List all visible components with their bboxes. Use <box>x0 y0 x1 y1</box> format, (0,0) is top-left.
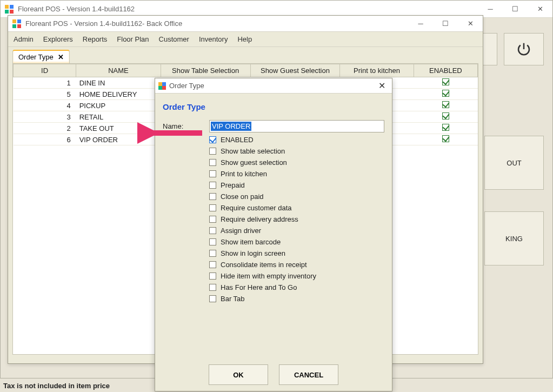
ok-button[interactable]: OK <box>209 364 268 385</box>
cell-name: PICKUP <box>76 100 161 111</box>
tab-order-type[interactable]: Order Type ✕ <box>12 50 70 63</box>
menubar: AdminExplorersReportsFloor PlanCustomerI… <box>8 32 483 47</box>
name-field-wrap[interactable]: VIP ORDER <box>209 120 384 132</box>
checkbox-icon <box>209 250 216 257</box>
name-field-value: VIP ORDER <box>211 122 251 131</box>
option-label: ENABLED <box>221 136 254 144</box>
menu-inventory[interactable]: Inventory <box>199 35 228 43</box>
option-label: Consolidate items in receipt <box>221 261 307 269</box>
option-show-guest-selection[interactable]: Show guest selection <box>209 158 384 167</box>
maximize-button[interactable]: ☐ <box>503 1 528 17</box>
tab-close-icon[interactable]: ✕ <box>58 53 64 61</box>
menu-help[interactable]: Help <box>237 35 252 43</box>
option-require-delivery-address[interactable]: Require delivery address <box>209 215 384 223</box>
menu-customer[interactable]: Customer <box>159 35 189 43</box>
column-header[interactable]: Show Table Selection <box>161 64 250 77</box>
option-print-to-kitchen[interactable]: Print to kitchen <box>209 170 384 178</box>
checkbox-icon <box>209 284 216 291</box>
option-label: Show item barcode <box>221 238 281 246</box>
cancel-button[interactable]: CANCEL <box>279 364 338 385</box>
checkbox-icon <box>209 261 216 268</box>
checkbox-icon <box>209 227 216 234</box>
option-close-on-paid[interactable]: Close on paid <box>209 192 384 201</box>
power-icon <box>516 41 532 57</box>
column-header[interactable]: ID <box>14 64 76 77</box>
enabled-checkbox-icon <box>442 135 449 142</box>
dialog-close-button[interactable]: ✕ <box>375 81 389 91</box>
option-hide-item-with-empty-inventory[interactable]: Hide item with empty inventory <box>209 272 384 280</box>
option-consolidate-items-in-receipt[interactable]: Consolidate items in receipt <box>209 261 384 269</box>
checkbox-icon <box>209 170 216 177</box>
checkbox-icon <box>209 238 216 245</box>
option-label: Hide item with empty inventory <box>221 272 316 280</box>
checkbox-icon <box>209 148 216 155</box>
option-label: Has For Here and To Go <box>221 283 297 291</box>
cell-id: 6 <box>14 134 76 145</box>
side-king-label: KING <box>505 235 523 243</box>
enabled-checkbox-icon <box>442 124 449 131</box>
option-label: Prepaid <box>221 181 245 189</box>
cell-enabled <box>414 100 477 111</box>
options-list: ENABLEDShow table selectionShow guest se… <box>209 136 384 303</box>
checkbox-icon <box>209 273 216 280</box>
side-out-button[interactable]: OUT <box>484 136 544 190</box>
enabled-checkbox-icon <box>442 90 449 97</box>
tab-label: Order Type <box>18 53 54 61</box>
side-buttons: OUT KING <box>484 136 544 287</box>
app-icon <box>12 19 21 28</box>
cell-id: 1 <box>14 77 76 89</box>
checkbox-icon <box>209 193 216 200</box>
cell-enabled <box>414 134 477 145</box>
menu-reports[interactable]: Reports <box>83 35 108 43</box>
menu-admin[interactable]: Admin <box>14 35 34 43</box>
option-prepaid[interactable]: Prepaid <box>209 181 384 189</box>
menu-explorers[interactable]: Explorers <box>43 35 73 43</box>
tabs-row: Order Type ✕ <box>8 47 483 63</box>
option-require-customer-data[interactable]: Require customer data <box>209 204 384 212</box>
table-header-row: IDNAMEShow Table SelectionShow Guest Sel… <box>14 64 478 77</box>
close-button[interactable]: ✕ <box>458 16 483 31</box>
option-label: Show guest selection <box>221 158 287 167</box>
dialog-body: Name: VIP ORDER ENABLEDShow table select… <box>155 115 392 303</box>
option-label: Print to kitchen <box>221 170 267 178</box>
option-label: Close on paid <box>221 192 264 201</box>
main-window-title: Floreant POS - Version 1.4-build1162 <box>18 5 478 13</box>
dialog-heading: Order Type <box>155 94 392 115</box>
cell-enabled <box>414 89 477 100</box>
cell-id: 5 <box>14 89 76 100</box>
checkbox-icon <box>209 216 216 223</box>
column-header[interactable]: Print to kitchen <box>340 64 414 77</box>
minimize-button[interactable]: ─ <box>408 16 433 31</box>
option-show-in-login-screen[interactable]: Show in login screen <box>209 249 384 257</box>
checkbox-icon <box>209 182 216 189</box>
option-enabled[interactable]: ENABLED <box>209 136 384 144</box>
order-type-dialog: Order Type ✕ Order Type Name: VIP ORDER … <box>155 78 392 391</box>
menu-floor-plan[interactable]: Floor Plan <box>117 35 149 43</box>
back-office-titlebar: Floreant POS - Version 1.4-build1162- Ba… <box>8 16 483 32</box>
maximize-button[interactable]: ☐ <box>433 16 458 31</box>
checkbox-icon <box>209 159 216 166</box>
option-has-for-here-and-to-go[interactable]: Has For Here and To Go <box>209 283 384 291</box>
power-button[interactable] <box>504 33 544 65</box>
close-button[interactable]: ✕ <box>528 1 552 17</box>
ok-label: OK <box>233 371 244 379</box>
name-row: Name: VIP ORDER <box>163 120 384 132</box>
checkbox-icon <box>209 136 216 143</box>
option-label: Require delivery address <box>221 215 298 223</box>
option-show-table-selection[interactable]: Show table selection <box>209 147 384 155</box>
option-assign-driver[interactable]: Assign driver <box>209 227 384 235</box>
main-window-controls: ─ ☐ ✕ <box>478 1 552 17</box>
column-header[interactable]: Show Guest Selection <box>250 64 340 77</box>
option-bar-tab[interactable]: Bar Tab <box>209 295 384 303</box>
cell-name: RETAIL <box>76 111 161 123</box>
column-header[interactable]: ENABLED <box>414 64 477 77</box>
column-header[interactable]: NAME <box>76 64 161 77</box>
cell-name: TAKE OUT <box>76 123 161 134</box>
enabled-checkbox-icon <box>442 101 449 108</box>
option-show-item-barcode[interactable]: Show item barcode <box>209 238 384 246</box>
side-king-button[interactable]: KING <box>484 211 544 265</box>
cancel-label: CANCEL <box>294 371 323 379</box>
cell-id: 4 <box>14 100 76 111</box>
option-label: Require customer data <box>221 204 292 212</box>
app-icon <box>158 82 166 90</box>
